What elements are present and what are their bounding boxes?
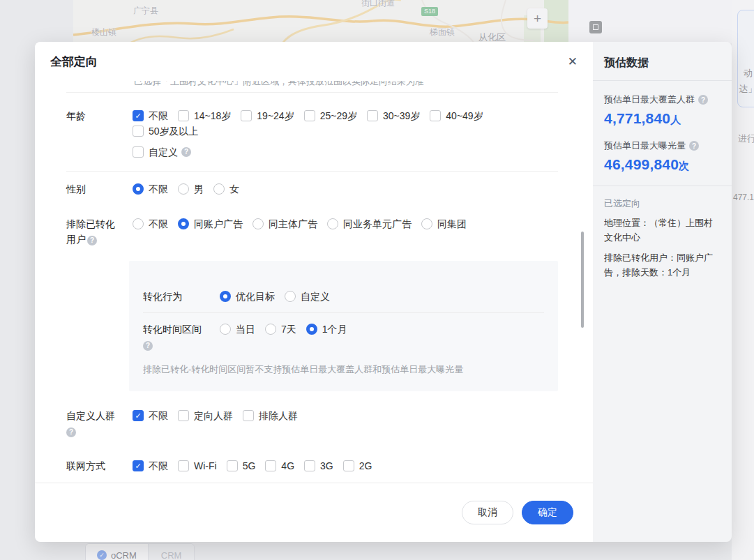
checkbox-option[interactable]: 定向人群 [178, 408, 233, 423]
exclude-label-line2-text: 用户 [66, 234, 86, 245]
radio-option[interactable]: 1个月 [306, 321, 347, 337]
radio-unchecked-icon[interactable] [265, 324, 276, 335]
checkbox-option[interactable]: ✓不限 [133, 458, 168, 474]
radio-option[interactable]: 女 [213, 181, 239, 197]
radio-unchecked-icon[interactable] [252, 218, 264, 229]
radio-checked-icon[interactable] [178, 218, 189, 229]
radio-checked-icon[interactable] [220, 291, 231, 302]
metric-exposure-label-text: 预估单日最大曝光量 [604, 139, 686, 152]
checkbox-unchecked-icon[interactable] [430, 110, 441, 121]
modal-body[interactable]: 已选择「上围村文化中心」附近区域，具体投放范围以实际定向结果为准 年龄 ✓不限1… [35, 81, 593, 483]
checkbox-option[interactable]: 排除人群 [243, 408, 298, 423]
option-label: 40~49岁 [446, 108, 483, 123]
targeting-modal: 全部定向 ✕ 已选择「上围村文化中心」附近区域，具体投放范围以实际定向结果为准 … [35, 42, 593, 542]
checkbox-option[interactable]: 自定义? [133, 144, 191, 160]
help-icon[interactable]: ? [66, 427, 76, 437]
radio-option[interactable]: 同主体广告 [252, 216, 317, 232]
checkbox-option[interactable]: 4G [265, 458, 294, 474]
checkbox-unchecked-icon[interactable] [304, 460, 315, 471]
checkbox-unchecked-icon[interactable] [343, 460, 354, 471]
conversion-window-label: 转化时间区间 ? [143, 321, 220, 351]
metric-coverage-unit: 人 [670, 114, 681, 126]
checkbox-option[interactable]: 19~24岁 [241, 108, 294, 123]
checkbox-option[interactable]: 2G [343, 458, 372, 474]
form-row-wechat-remarketing: 微信再营销 ✓不限再营销排除营销 [66, 474, 558, 483]
checkbox-unchecked-icon[interactable] [178, 460, 189, 471]
checkbox-unchecked-icon[interactable] [367, 110, 378, 121]
option-label: 同主体广告 [269, 216, 317, 232]
form-row-custom-audience: 自定义人群 ? ✓不限定向人群排除人群 [66, 391, 558, 437]
radio-option[interactable]: 同集团 [421, 216, 467, 232]
close-icon[interactable]: ✕ [568, 56, 578, 68]
option-label: 不限 [149, 181, 168, 197]
help-icon[interactable]: ? [87, 236, 97, 245]
checkbox-unchecked-icon[interactable] [227, 460, 238, 471]
option-label: 不限 [149, 458, 168, 474]
checkbox-unchecked-icon[interactable] [243, 410, 254, 421]
help-icon[interactable]: ? [143, 341, 153, 351]
checkbox-checked-icon[interactable]: ✓ [133, 410, 144, 421]
checkbox-option[interactable]: 14~18岁 [178, 108, 231, 123]
radio-unchecked-icon[interactable] [133, 218, 144, 229]
checkbox-unchecked-icon[interactable] [304, 110, 315, 121]
radio-option[interactable]: 优化目标 [220, 289, 275, 304]
metric-coverage-number: 4,771,840 [604, 110, 670, 126]
checkbox-option[interactable]: 50岁及以上 [133, 123, 199, 139]
radio-option[interactable]: 自定义 [285, 289, 330, 304]
checkbox-option[interactable]: 5G [227, 458, 256, 474]
confirm-button[interactable]: 确定 [522, 501, 573, 524]
radio-checked-icon[interactable] [133, 183, 144, 195]
metric-coverage-value: 4,771,840人 [604, 110, 721, 127]
panel-divider [593, 186, 732, 186]
radio-checked-icon[interactable] [306, 324, 317, 335]
checkbox-unchecked-icon[interactable] [133, 126, 144, 137]
radio-option[interactable]: 男 [178, 181, 204, 197]
cancel-button[interactable]: 取消 [462, 501, 513, 524]
option-label: 19~24岁 [257, 108, 294, 123]
help-icon[interactable]: ? [698, 95, 708, 105]
checkbox-unchecked-icon[interactable] [178, 110, 189, 121]
radio-option[interactable]: 当日 [220, 321, 255, 337]
option-label: 7天 [281, 321, 296, 337]
checkbox-option[interactable]: 30~39岁 [367, 108, 420, 123]
option-label: 14~18岁 [194, 108, 231, 123]
checkbox-unchecked-icon[interactable] [265, 460, 276, 471]
checkbox-option[interactable]: ✓不限 [133, 108, 168, 123]
radio-option[interactable]: 同业务单元广告 [327, 216, 412, 232]
help-icon[interactable]: ? [689, 141, 699, 151]
age-options-line2: 自定义? [133, 144, 558, 160]
modal-scrollbar-thumb[interactable] [581, 232, 584, 328]
targeting-dialog: 全部定向 ✕ 已选择「上围村文化中心」附近区域，具体投放范围以实际定向结果为准 … [35, 42, 732, 542]
form-row-network: 联网方式 ✓不限Wi-Fi5G4G3G2G [66, 437, 558, 474]
form-row-age: 年龄 ✓不限14~18岁19~24岁25~29岁30~39岁40~49岁50岁及… [66, 93, 558, 171]
radio-unchecked-icon[interactable] [285, 291, 296, 302]
checkbox-unchecked-icon[interactable] [178, 410, 189, 421]
gender-label: 性别 [66, 181, 133, 197]
exclude-label-line2: 用户? [66, 232, 133, 247]
radio-option[interactable]: 不限 [133, 181, 168, 197]
checkbox-option[interactable]: Wi-Fi [178, 458, 217, 474]
radio-option[interactable]: 7天 [265, 321, 296, 337]
selected-targeting-item-exclude: 排除已转化用户：同账户广告，排除天数：1个月 [604, 250, 721, 280]
checkbox-checked-icon[interactable]: ✓ [133, 110, 144, 121]
metric-exposure-label: 预估单日最大曝光量 ? [604, 139, 721, 152]
help-icon[interactable]: ? [181, 147, 191, 157]
radio-unchecked-icon[interactable] [213, 183, 225, 195]
radio-unchecked-icon[interactable] [220, 324, 231, 335]
checkbox-option[interactable]: ✓不限 [133, 408, 168, 423]
metric-coverage-label-text: 预估单日最大覆盖人群 [604, 93, 695, 106]
option-label: 不限 [149, 216, 168, 232]
radio-option[interactable]: 同账户广告 [178, 216, 243, 232]
checkbox-unchecked-icon[interactable] [133, 146, 144, 158]
selected-targeting-title: 已选定向 [604, 197, 721, 210]
radio-unchecked-icon[interactable] [421, 218, 432, 229]
checkbox-checked-icon[interactable]: ✓ [133, 460, 144, 471]
checkbox-option[interactable]: 40~49岁 [430, 108, 483, 123]
radio-unchecked-icon[interactable] [327, 218, 338, 229]
custom-audience-options: ✓不限定向人群排除人群 [133, 408, 558, 423]
checkbox-option[interactable]: 3G [304, 458, 333, 474]
radio-option[interactable]: 不限 [133, 216, 168, 232]
checkbox-option[interactable]: 25~29岁 [304, 108, 357, 123]
radio-unchecked-icon[interactable] [178, 183, 189, 195]
checkbox-unchecked-icon[interactable] [241, 110, 252, 121]
